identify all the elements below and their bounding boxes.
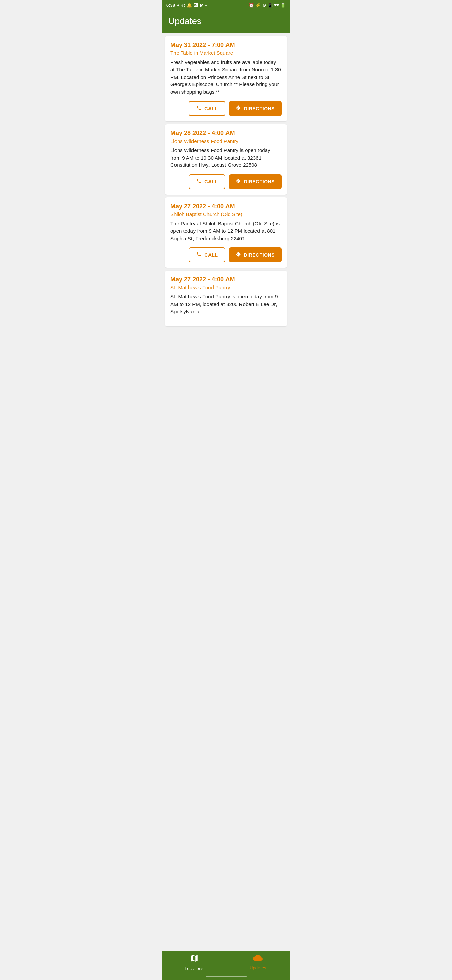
card-location: St. Matthew's Food Pantry (170, 285, 282, 290)
battery-icon: 🔋 (280, 3, 286, 8)
dot-icon: • (205, 3, 207, 8)
phone-icon (196, 105, 202, 112)
card-body: The Pantry at Shiloh Baptist Church (Old… (170, 220, 282, 242)
directions-icon (236, 105, 241, 112)
phone-icon (196, 251, 202, 258)
notification-icon: 🔔 (187, 3, 192, 8)
call-button[interactable]: CALL (189, 101, 225, 116)
card-body: Lions Wilderness Food Pantry is open tod… (170, 147, 282, 169)
whatsapp-icon: ● (177, 3, 179, 8)
locations-label: Locations (185, 966, 204, 971)
card-actions: CALL DIRECTIONS (170, 247, 282, 262)
home-bar (206, 976, 247, 977)
locations-icon (190, 954, 198, 965)
nav-item-updates[interactable]: Updates (226, 951, 290, 973)
content-area: May 31 2022 - 7:00 AM The Table in Marke… (162, 33, 290, 951)
card-date: May 27 2022 - 4:00 AM (170, 203, 282, 210)
status-bar-left: 6:38 ● ◎ 🔔 🖼 M • (166, 3, 207, 8)
card-actions: CALL DIRECTIONS (170, 101, 282, 116)
bluetooth-icon: ⚡ (255, 3, 261, 8)
home-indicator (162, 973, 290, 980)
card-location: The Table in Market Square (170, 50, 282, 56)
directions-icon (236, 178, 241, 185)
update-card-3: May 27 2022 - 4:00 AM Shiloh Baptist Chu… (165, 197, 287, 268)
card-body: Fresh vegetables and fruits are availabl… (170, 59, 282, 95)
updates-label: Updates (250, 966, 266, 970)
card-body: St. Matthew's Food Pantry is open today … (170, 293, 282, 315)
mute-icon: ⊖ (262, 3, 266, 8)
card-date: May 27 2022 - 4:00 AM (170, 276, 282, 283)
gmail-icon: M (200, 3, 204, 8)
directions-button[interactable]: DIRECTIONS (229, 247, 282, 262)
card-location: Shiloh Baptist Church (Old Site) (170, 211, 282, 217)
instagram-icon: ◎ (181, 3, 185, 8)
update-card-1: May 31 2022 - 7:00 AM The Table in Marke… (165, 36, 287, 121)
directions-button[interactable]: DIRECTIONS (229, 174, 282, 189)
wifi-icon: ▾▾ (274, 3, 279, 8)
status-bar: 6:38 ● ◎ 🔔 🖼 M • ⏰ ⚡ ⊖ 📳 ▾▾ 🔋 (162, 0, 290, 11)
phone-icon (196, 178, 202, 185)
updates-icon (253, 955, 263, 964)
card-actions: CALL DIRECTIONS (170, 174, 282, 189)
nav-item-locations[interactable]: Locations (162, 951, 226, 973)
bottom-navigation: Locations Updates (162, 951, 290, 973)
card-date: May 31 2022 - 7:00 AM (170, 41, 282, 49)
directions-button[interactable]: DIRECTIONS (229, 101, 282, 116)
page-header: Updates (162, 11, 290, 33)
call-button[interactable]: CALL (189, 247, 225, 262)
card-date: May 28 2022 - 4:00 AM (170, 130, 282, 137)
photo-icon: 🖼 (194, 3, 198, 8)
update-card-2: May 28 2022 - 4:00 AM Lions Wilderness F… (165, 124, 287, 195)
status-bar-right: ⏰ ⚡ ⊖ 📳 ▾▾ 🔋 (249, 3, 286, 8)
card-location: Lions Wilderness Food Pantry (170, 138, 282, 144)
status-time: 6:38 (166, 3, 175, 8)
page-title: Updates (168, 16, 284, 27)
directions-icon (236, 251, 241, 258)
vibrate-icon: 📳 (267, 3, 273, 8)
update-card-4: May 27 2022 - 4:00 AM St. Matthew's Food… (165, 270, 287, 326)
call-button[interactable]: CALL (189, 174, 225, 189)
alarm-icon: ⏰ (249, 3, 254, 8)
